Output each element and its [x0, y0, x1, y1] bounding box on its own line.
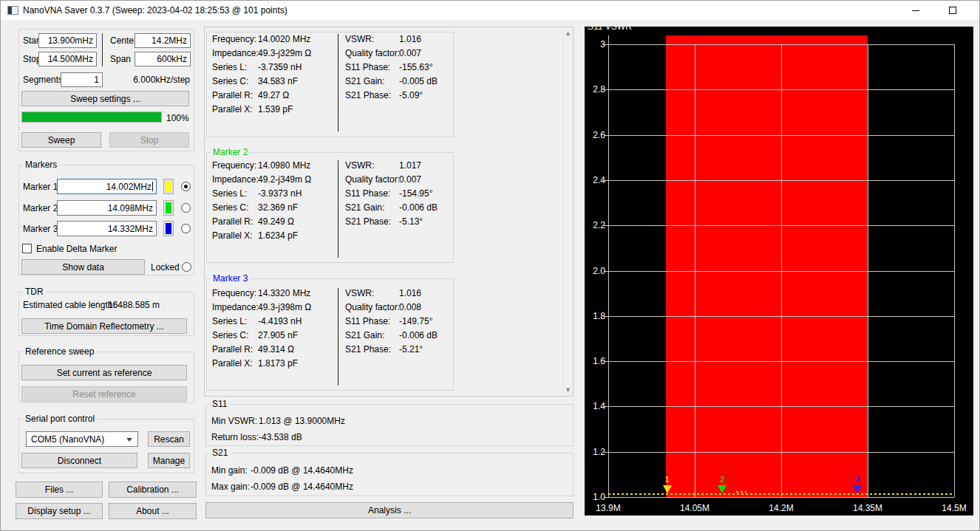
- field-label: Quality factor:: [345, 173, 400, 187]
- center-frequency-value: 14.2MHz: [152, 35, 187, 46]
- stop-frequency-input[interactable]: 14.500MHz: [38, 52, 97, 66]
- field-label: Series C:: [212, 201, 248, 215]
- start-frequency-input[interactable]: 13.900mHz: [38, 33, 97, 48]
- text-caret: [152, 182, 153, 191]
- x-axis-tick-label: 14.35M: [845, 503, 890, 513]
- serial-group-title: Serial port control: [23, 414, 97, 424]
- field-label: Frequency:: [212, 287, 256, 301]
- locked-radio[interactable]: [182, 262, 191, 272]
- s11-info-box: S11 Min VSWR: 1.013 @ 13.9000MHz Return …: [205, 404, 574, 446]
- scroll-down-icon[interactable]: ▼: [563, 386, 573, 394]
- marker1-frequency-value: 14.002MHz: [106, 182, 152, 192]
- field-value: 1.016: [399, 32, 421, 47]
- app-icon: [7, 6, 18, 15]
- marker1-color-swatch[interactable]: [163, 179, 174, 194]
- chevron-down-icon: [126, 438, 132, 442]
- stop-button[interactable]: Stop: [109, 132, 189, 148]
- field-label: Impedance:: [212, 47, 259, 61]
- marker2-frequency-input[interactable]: 14.098MHz: [57, 200, 157, 216]
- enable-delta-marker-label: Enable Delta Marker: [36, 244, 117, 254]
- enable-delta-marker-checkbox[interactable]: [22, 244, 32, 253]
- field-value: -4.4193 nH: [258, 315, 302, 329]
- display-setup-button[interactable]: Display setup ...: [16, 503, 103, 519]
- minimize-button[interactable]: [901, 1, 930, 20]
- marker2-data-title: Marker 2: [211, 147, 250, 157]
- field-value: -5.21°: [399, 343, 423, 357]
- field-label: Series C:: [212, 329, 248, 343]
- field-label: Series C:: [212, 75, 248, 89]
- manage-button[interactable]: Manage: [148, 453, 190, 468]
- chart-marker-2[interactable]: [718, 485, 727, 493]
- field-value: 49.249 Ω: [258, 215, 294, 229]
- segments-label: Segments: [23, 75, 63, 85]
- field-label: Frequency:: [212, 32, 256, 47]
- y-axis-tick-label: 2.2: [585, 220, 605, 230]
- field-value: -3.9373 nH: [258, 187, 302, 201]
- vswr-chart[interactable]: S11 VSWR 32.82.62.42.22.01.81.61.41.21.0…: [585, 27, 973, 515]
- sweep-settings-button[interactable]: Sweep settings ...: [21, 91, 189, 106]
- field-value: -5.13°: [399, 215, 423, 229]
- marker2-radio[interactable]: [181, 203, 191, 213]
- field-value: 1.8173 pF: [258, 357, 298, 371]
- field-value: 49.27 Ω: [258, 89, 289, 103]
- reset-reference-button[interactable]: Reset reference: [21, 386, 187, 402]
- field-label: Series L:: [212, 315, 247, 329]
- progress-percent: 100%: [166, 113, 189, 123]
- sweep-divider: [102, 33, 103, 66]
- field-label: Impedance:: [212, 301, 259, 315]
- disconnect-button[interactable]: Disconnect: [21, 453, 137, 468]
- tdr-button[interactable]: Time Domain Reflectometry ...: [21, 318, 187, 334]
- y-axis-tick-label: 1.8: [585, 311, 605, 321]
- analysis-button[interactable]: Analysis ...: [205, 502, 574, 518]
- files-button[interactable]: Files ...: [16, 482, 103, 498]
- show-data-button[interactable]: Show data: [21, 259, 145, 275]
- field-value: -0.006 dB: [399, 329, 438, 343]
- marker1-radio[interactable]: [181, 182, 191, 191]
- frequency-band-highlight: [666, 35, 868, 497]
- y-axis-line: [608, 35, 609, 497]
- field-label: VSWR:: [345, 159, 374, 173]
- field-value: -0.006 dB: [399, 201, 438, 215]
- rescan-button[interactable]: Rescan: [148, 431, 190, 447]
- about-button[interactable]: About ...: [109, 503, 197, 519]
- maximize-button[interactable]: [938, 1, 967, 20]
- scroll-up-icon[interactable]: ▲: [563, 30, 573, 37]
- x-axis-tick-label: 14.05M: [673, 503, 717, 513]
- return-loss-label: Return loss:: [211, 432, 259, 442]
- field-label: Parallel R:: [212, 89, 253, 103]
- segments-input[interactable]: 1: [61, 72, 103, 87]
- maximize-icon: [949, 7, 956, 14]
- field-label: S21 Phase:: [345, 343, 391, 357]
- y-axis-tick-label: 1.0: [585, 492, 605, 502]
- marker3-radio[interactable]: [181, 224, 191, 233]
- marker1-frequency-input[interactable]: 14.002MHz: [57, 179, 157, 194]
- field-value: 1.6234 pF: [258, 229, 298, 243]
- field-label: Series L:: [212, 61, 247, 75]
- calibration-button[interactable]: Calibration ...: [109, 482, 197, 498]
- v-gridline: [868, 44, 868, 497]
- field-value: 1.539 pF: [258, 103, 293, 117]
- vertical-scrollbar[interactable]: ▲ ▼: [562, 27, 573, 396]
- com-port-select[interactable]: COM5 (NanoVNA): [26, 431, 138, 447]
- x-axis-tick-label: 14.2M: [759, 503, 803, 513]
- span-input[interactable]: 600kHz: [135, 52, 191, 66]
- field-label: S11 Phase:: [345, 315, 390, 329]
- chart-marker-3[interactable]: [853, 485, 862, 493]
- center-frequency-input[interactable]: 14.2MHz: [135, 33, 191, 48]
- y-axis-tick-label: 2.0: [585, 266, 605, 276]
- set-reference-button[interactable]: Set current as reference: [21, 365, 187, 380]
- chart-marker-1[interactable]: [663, 485, 672, 493]
- marker3-color-swatch[interactable]: [163, 221, 174, 236]
- marker1-color: [166, 181, 171, 192]
- marker3-frequency-input[interactable]: 14.332MHz: [57, 221, 157, 236]
- span-value: 600kHz: [157, 54, 187, 64]
- marker1-label: Marker 1: [23, 182, 58, 192]
- marker2-data-box: Marker 2 Frequency:14.0980 MHzImpedance:…: [206, 152, 454, 263]
- sweep-button[interactable]: Sweep: [21, 132, 101, 148]
- cable-length-value: 16488.585 m: [108, 300, 160, 310]
- field-value: 49.2-j349m Ω: [258, 173, 311, 187]
- field-label: VSWR:: [345, 32, 374, 47]
- y-axis-tick-label: 2.6: [585, 130, 605, 140]
- field-value: 1.016: [399, 287, 421, 301]
- marker2-color-swatch[interactable]: [163, 200, 174, 216]
